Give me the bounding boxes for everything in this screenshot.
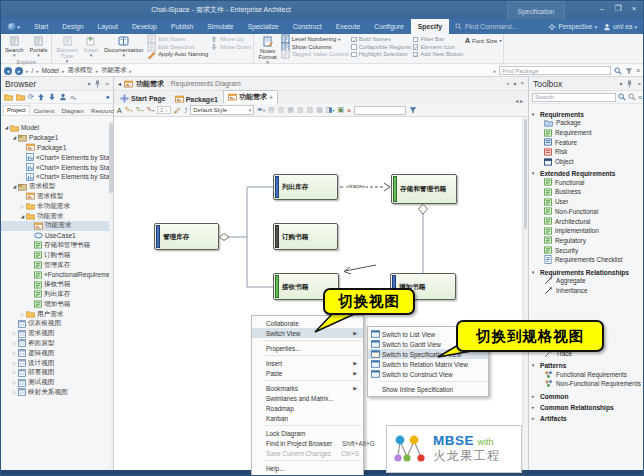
- diagram-tab-package1[interactable]: Package1: [171, 94, 222, 104]
- requirement-box-dinggou[interactable]: 订购书籍: [273, 223, 338, 250]
- tree-item[interactable]: ◢功能需求: [1, 211, 109, 221]
- menu-item-save-current-changes[interactable]: Save Current ChangesCtrl+S: [252, 448, 363, 458]
- ribbon-item-level-numbering[interactable]: Level Numbering▾: [281, 36, 350, 43]
- search-plus-icon[interactable]: [628, 93, 636, 101]
- menu-item-insert[interactable]: Insert▶: [252, 358, 363, 368]
- tree-item[interactable]: ▷界面原型: [1, 339, 109, 349]
- app-menu-button[interactable]: ▾: [1, 19, 27, 34]
- toolbox-section-common-relationships[interactable]: ▸Common Relationships: [532, 404, 644, 411]
- text-color-button[interactable]: ✎▾: [125, 106, 133, 114]
- toolbox-section-extended-requirements[interactable]: ▾Extended Requirements: [532, 170, 644, 177]
- ribbon-item-move-up[interactable]: Move Up: [210, 36, 251, 43]
- pin-icon[interactable]: [94, 80, 101, 88]
- expand-icon[interactable]: ▷: [11, 341, 18, 346]
- ribbon-item-show-columns[interactable]: Show Columns: [281, 44, 350, 51]
- expand-icon[interactable]: ◢: [3, 125, 10, 130]
- close-button[interactable]: ×: [627, 3, 641, 15]
- submenu-item-switch-to-relation-matrix-view[interactable]: Switch to Relation Matrix View: [368, 359, 488, 369]
- ribbon-tab-specify[interactable]: Specify: [411, 19, 449, 34]
- tab-pager[interactable]: ◂ ▸: [515, 97, 526, 104]
- tree-item[interactable]: «Chart» Elements by Statu: [1, 152, 109, 162]
- hamburger-icon[interactable]: ≡▾: [70, 94, 76, 101]
- tree-item[interactable]: Package1: [1, 143, 109, 153]
- tree-item[interactable]: ▷需求视图: [1, 329, 109, 339]
- toolbox-item-non-functional-requirements[interactable]: Non-Functional Requirements: [532, 379, 644, 389]
- ribbon-check-highlight-selection[interactable]: Highlight Selection: [351, 51, 411, 58]
- tree-item[interactable]: «FunctionalRequireme: [1, 270, 109, 280]
- requirement-box-cunchu[interactable]: 存储和管理书籍: [391, 174, 457, 204]
- ribbon-item-edit-notes[interactable]: Edit Notes: [147, 36, 208, 43]
- user-menu[interactable]: uml ea▾: [603, 23, 637, 31]
- browser-tab-context[interactable]: Context: [31, 107, 58, 115]
- line-width-stepper[interactable]: 2 ↕: [157, 106, 170, 114]
- tree-item[interactable]: UseCase1: [1, 231, 109, 241]
- tree-item[interactable]: ◢Package1: [1, 133, 109, 143]
- expand-icon[interactable]: ◢: [19, 214, 26, 219]
- search-icon[interactable]: [618, 93, 626, 101]
- browser-tab-project[interactable]: Project: [3, 105, 30, 115]
- align-right-icon[interactable]: ▥: [278, 106, 285, 114]
- expand-icon[interactable]: ▷: [11, 370, 18, 375]
- toolbox-item-non-functional[interactable]: Non-Functional: [532, 207, 644, 217]
- tree-item[interactable]: ▷设计视图: [1, 358, 109, 368]
- tree-item[interactable]: ◢Model: [1, 123, 109, 133]
- menu-icon[interactable]: ≡: [636, 67, 640, 74]
- move-up-icon[interactable]: [37, 93, 45, 101]
- requirement-box-guanli[interactable]: 管理库存: [154, 223, 219, 250]
- nav-back-button[interactable]: ◂: [4, 67, 12, 75]
- ribbon-check-filter-bar[interactable]: Filter Bar: [413, 36, 463, 43]
- ribbon-tab-simulate[interactable]: Simulate: [200, 19, 240, 34]
- toolbox-section-patterns[interactable]: ▾Patterns: [532, 362, 644, 369]
- nav-forward-button[interactable]: ▸: [15, 67, 23, 75]
- delete-button[interactable]: ×: [347, 107, 351, 114]
- fill-color-button[interactable]: ✎▾: [136, 106, 144, 114]
- tree-item[interactable]: ▷测试视图: [1, 378, 109, 388]
- menu-item-roadmap[interactable]: Roadmap: [252, 403, 363, 413]
- ribbon-button-insert[interactable]: Insert▾: [82, 35, 101, 58]
- ribbon-button-documentation[interactable]: Documentation▾: [102, 35, 145, 58]
- line-color-button[interactable]: ✎▾: [146, 106, 154, 114]
- style-dropdown[interactable]: Default Style▾: [190, 105, 254, 115]
- ribbon-check-bold-names[interactable]: ✓Bold Names: [351, 36, 411, 43]
- align-bottom-icon[interactable]: ▧: [297, 106, 304, 114]
- requirement-box-liechu[interactable]: 列出库存: [273, 174, 338, 200]
- browser-scrollbar[interactable]: [109, 121, 113, 470]
- diagram-tab-功能需求[interactable]: 功能需求+: [223, 90, 278, 104]
- menu-item-lock-diagram[interactable]: Lock Diagram: [252, 428, 363, 438]
- tree-item[interactable]: «Chart» Elements by Statu: [1, 162, 109, 172]
- ribbon-item-edit-selection[interactable]: Edit Selection: [147, 44, 208, 51]
- toolbox-item-object[interactable]: Object: [532, 157, 644, 167]
- refresh-icon[interactable]: ⟳: [28, 93, 34, 101]
- ribbon-tab-specialize[interactable]: Specialize: [241, 19, 286, 34]
- menu-item-find-in-project-browser[interactable]: Find in Project BrowserShift+Alt+G: [252, 438, 363, 448]
- toolbox-section-common[interactable]: ▸Common: [532, 393, 644, 400]
- close-icon[interactable]: ×: [520, 80, 524, 87]
- ribbon-check-add-new-button[interactable]: ✓Add New Button: [413, 51, 463, 58]
- expand-icon[interactable]: ▷: [11, 361, 18, 366]
- tree-item[interactable]: ▷逻辑视图: [1, 348, 109, 358]
- toolbox-item-implementation[interactable]: Implementation: [532, 226, 644, 236]
- pin-icon[interactable]: [626, 80, 633, 88]
- ribbon-tab-publish[interactable]: Publish: [164, 19, 200, 34]
- tree-item[interactable]: 列出库存: [1, 290, 109, 300]
- menu-item-bookmarks[interactable]: Bookmarks▶: [252, 383, 363, 393]
- menu-item-properties-[interactable]: Properties...: [252, 343, 363, 353]
- tree-item[interactable]: ▷部署视图: [1, 368, 109, 378]
- ribbon-tab-configure[interactable]: Configure: [367, 19, 410, 34]
- move-down-icon[interactable]: [48, 93, 56, 101]
- ribbon-tab-layout[interactable]: Layout: [91, 19, 125, 34]
- menu-item-switch-view[interactable]: Switch View▶: [252, 328, 363, 338]
- apply-style-button[interactable]: ✒▾: [257, 106, 265, 114]
- dropdown-icon[interactable]: ▾: [87, 80, 90, 87]
- ribbon-check-element-icon[interactable]: ✓Element Icon: [413, 44, 463, 51]
- ribbon-button-element-type[interactable]: Element Type▾: [54, 35, 79, 64]
- tree-item[interactable]: ◢需求模型: [1, 182, 109, 192]
- user-icon[interactable]: [59, 93, 67, 101]
- ribbon-check-collapsible-regions[interactable]: Collapsible Regions: [351, 44, 411, 51]
- toolbox-item-requirement[interactable]: Requirement: [532, 128, 644, 138]
- find-package-input[interactable]: [499, 66, 611, 75]
- toolbox-item-feature[interactable]: Feature: [532, 137, 644, 147]
- expand-icon[interactable]: ◢: [11, 135, 18, 140]
- breadcrumb-item[interactable]: Model: [42, 67, 59, 74]
- close-icon[interactable]: ×: [637, 81, 641, 87]
